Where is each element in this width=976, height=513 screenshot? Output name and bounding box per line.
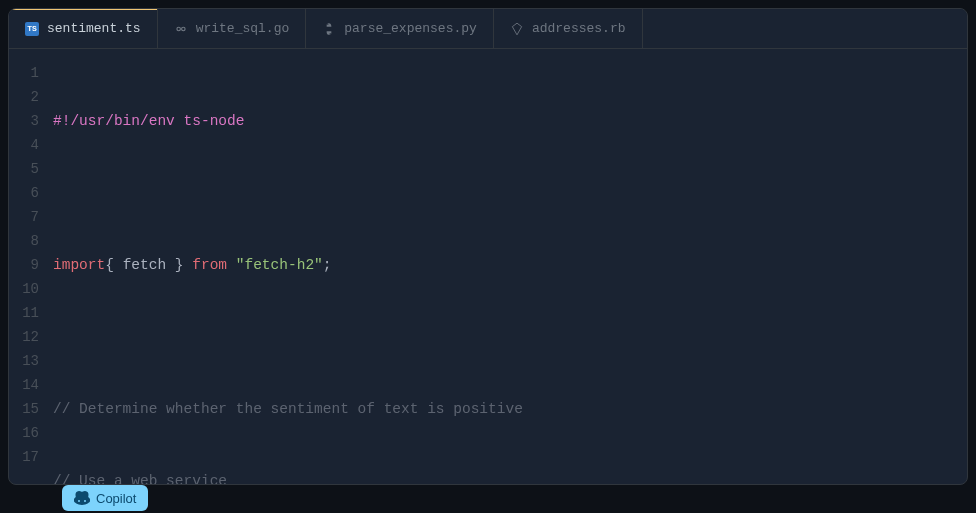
- svg-point-0: [177, 27, 181, 31]
- code-line: [53, 325, 967, 349]
- tab-addresses-rb[interactable]: addresses.rb: [494, 9, 643, 48]
- tab-write-sql-go[interactable]: write_sql.go: [158, 9, 307, 48]
- code-line: // Use a web service: [53, 469, 967, 484]
- tab-label: write_sql.go: [196, 21, 290, 36]
- copilot-label: Copilot: [96, 491, 136, 506]
- tab-label: addresses.rb: [532, 21, 626, 36]
- python-icon: [322, 22, 336, 36]
- editor-frame: TS sentiment.ts write_sql.go parse_expen…: [8, 8, 968, 485]
- tab-label: parse_expenses.py: [344, 21, 477, 36]
- go-icon: [174, 22, 188, 36]
- code-area[interactable]: #!/usr/bin/env ts-node import{ fetch } f…: [53, 61, 967, 484]
- code-line: #!/usr/bin/env ts-node: [53, 109, 967, 133]
- copilot-badge[interactable]: Copilot: [62, 485, 148, 511]
- tab-label: sentiment.ts: [47, 21, 141, 36]
- code-line: // Determine whether the sentiment of te…: [53, 397, 967, 421]
- code-line: import{ fetch } from "fetch-h2";: [53, 253, 967, 277]
- editor-body[interactable]: 1 2 3 4 5 6 7 8 9 10 11 12 13 14 15 16 1…: [9, 49, 967, 484]
- copilot-icon: [74, 490, 90, 506]
- typescript-icon: TS: [25, 22, 39, 36]
- line-number-gutter: 1 2 3 4 5 6 7 8 9 10 11 12 13 14 15 16 1…: [9, 61, 53, 484]
- tab-parse-expenses-py[interactable]: parse_expenses.py: [306, 9, 494, 48]
- tab-sentiment-ts[interactable]: TS sentiment.ts: [9, 9, 158, 48]
- svg-point-1: [181, 27, 185, 31]
- ruby-icon: [510, 22, 524, 36]
- tab-bar: TS sentiment.ts write_sql.go parse_expen…: [9, 9, 967, 49]
- code-line: [53, 181, 967, 205]
